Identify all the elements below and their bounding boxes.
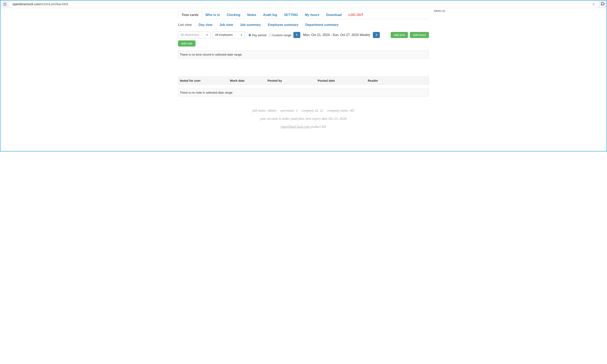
tab-audit-log[interactable]: Audit log (260, 11, 280, 19)
toolbar: All department All employees Pay period … (178, 32, 429, 47)
subtab-job-summary[interactable]: Job summary (240, 21, 264, 29)
time-records-table: There is no time record in selected date… (178, 51, 429, 58)
time-empty-row: There is no time record in selected date… (178, 51, 429, 58)
notes-col-noted-for-user: Noted for user (178, 77, 228, 85)
footer-product-suffix: product M1 (309, 125, 326, 129)
date-range-text: Mon, Oct 21, 2024 - Sun, Oct 27, 2024 We… (303, 33, 370, 37)
notes-col-posted-by: Posted by (266, 77, 316, 85)
secondary-nav: List view Day view Job view Job summary … (178, 21, 429, 29)
notes-empty-message: There is no note in selected date range (178, 89, 429, 96)
radio-custom-range[interactable]: Custom range (269, 33, 291, 37)
user-label[interactable]: Admin (1) (434, 9, 445, 12)
address-bar[interactable]: opentimeclock.com/m1/mListView.html ☆ (9, 1, 599, 8)
footer-plan-line: your account is under paid plan, next ex… (178, 117, 429, 121)
radio-custom-range-label: Custom range (272, 33, 291, 37)
next-period-button[interactable] (373, 32, 380, 38)
subtab-day-view[interactable]: Day view (199, 21, 216, 29)
browser-url-bar: opentimeclock.com/m1/mListView.html ☆ (0, 0, 607, 8)
add-hours-button[interactable]: Add hours (410, 32, 429, 38)
add-note-button[interactable]: Add note (178, 40, 196, 47)
add-time-button[interactable]: Add time (391, 32, 408, 38)
tab-my-hours[interactable]: My hours (302, 11, 323, 19)
chevron-left-icon (296, 33, 298, 37)
caret-down-icon (206, 35, 208, 36)
tab-log-out[interactable]: LOG OUT (345, 11, 367, 19)
notes-col-posted-date: Posted date (316, 77, 366, 85)
notes-header-row: Noted for user Work date Posted by Poste… (178, 77, 429, 85)
radio-pay-period-input[interactable] (249, 34, 251, 36)
star-icon[interactable]: ☆ (592, 2, 595, 6)
time-empty-message: There is no time record in selected date… (178, 51, 429, 58)
footer-account-line: full name: Admin username: 1 company id:… (178, 109, 429, 113)
tab-clocking[interactable]: Clocking (223, 11, 244, 19)
tab-who-is-in[interactable]: Who is in (202, 11, 223, 19)
radio-pay-period-label: Pay period (252, 33, 266, 37)
notes-col-work-date: Work date (228, 77, 266, 85)
tab-download[interactable]: Download (323, 11, 345, 19)
primary-nav: Time cards Who is in Clocking Notes Audi… (178, 11, 429, 19)
radio-pay-period[interactable]: Pay period (249, 33, 266, 37)
radio-custom-range-input[interactable] (269, 34, 272, 36)
page-content: Admin (1) Time cards Who is in Clocking … (162, 8, 445, 151)
employee-select[interactable]: All employees (212, 32, 245, 39)
svg-rect-3 (3, 5, 4, 5)
tab-time-cards[interactable]: Time cards (178, 11, 202, 19)
department-select[interactable]: All department (178, 32, 211, 39)
notes-table: Noted for user Work date Posted by Poste… (178, 77, 429, 85)
prev-period-button[interactable] (293, 32, 300, 38)
notes-col-reader: Reader (366, 77, 429, 85)
url-text: opentimeclock.com/m1/mListView.html (13, 2, 68, 6)
department-select-label: All department (181, 33, 199, 37)
subtab-employee-summary[interactable]: Employee summary (268, 21, 302, 29)
employee-select-label: All employees (215, 33, 233, 37)
extensions-icon[interactable] (601, 2, 605, 6)
notes-empty-table: There is no note in selected date range (178, 89, 429, 96)
footer-product-link[interactable]: OpenTimeClock.com (281, 125, 309, 129)
footer: full name: Admin username: 1 company id:… (178, 109, 429, 129)
tab-notes[interactable]: Notes (244, 11, 260, 19)
subtab-list-view[interactable]: List view (178, 21, 195, 29)
notes-empty-row: There is no note in selected date range (178, 89, 429, 96)
svg-rect-1 (5, 3, 6, 4)
site-settings-icon[interactable] (3, 2, 7, 6)
tab-setting[interactable]: SETTING (281, 11, 302, 19)
svg-rect-0 (3, 3, 4, 4)
chevron-right-icon (375, 33, 377, 37)
footer-product-line: OpenTimeClock.com product M1 (178, 125, 429, 129)
date-mode-radio-group: Pay period Custom range (249, 33, 291, 37)
svg-rect-4 (5, 5, 6, 5)
subtab-job-view[interactable]: Job view (219, 21, 236, 29)
subtab-department-summary[interactable]: Department summary (305, 21, 342, 29)
caret-down-icon (241, 35, 242, 36)
